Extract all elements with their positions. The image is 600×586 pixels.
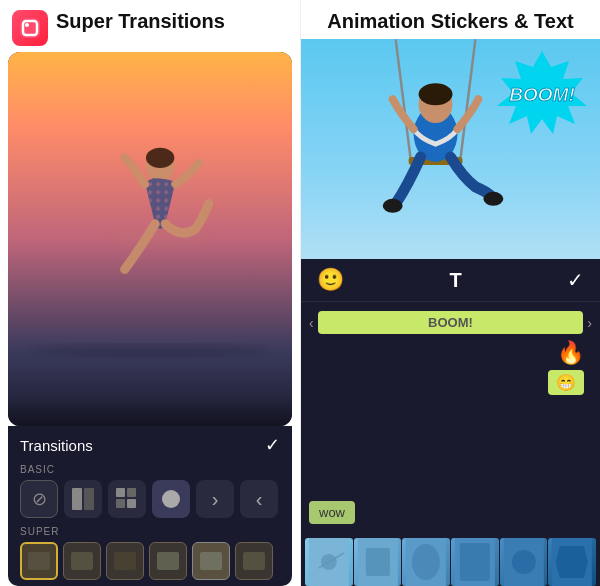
filmstrip-item-2: [354, 538, 402, 586]
transitions-label: Transitions: [20, 437, 93, 454]
filmstrip-thumb-1: [305, 538, 353, 586]
fire-sticker[interactable]: 🔥: [557, 340, 584, 366]
boom-text: BOOM!: [509, 84, 574, 105]
svg-rect-10: [116, 488, 125, 497]
left-header: Super Transitions: [0, 0, 300, 52]
emoji-icon[interactable]: 🙂: [317, 267, 344, 293]
right-header: Animation Stickers & Text: [301, 0, 600, 39]
smile-icon: 😁: [556, 374, 576, 391]
svg-point-3: [28, 344, 271, 356]
smile-chip[interactable]: 😁: [548, 370, 584, 395]
right-controls: 🙂 T ✓ ‹ BOOM! › 🔥 �: [301, 259, 600, 586]
super-btn-inner-3: [114, 552, 136, 570]
left-controls: Transitions ✓ BASIC ⊘: [8, 426, 292, 586]
video-background: [8, 52, 292, 426]
prev-icon: ‹: [256, 488, 263, 511]
split-transition-btn[interactable]: [64, 480, 102, 518]
wow-chip[interactable]: wow: [309, 501, 355, 524]
svg-point-34: [512, 550, 536, 574]
filmstrip-thumb-4: [451, 538, 499, 586]
left-panel: Super Transitions: [0, 0, 300, 586]
circle-icon: [160, 488, 182, 510]
basic-transition-row: ⊘: [20, 480, 280, 518]
next-transition-btn[interactable]: ›: [196, 480, 234, 518]
super-btn-inner-4: [157, 552, 179, 570]
app-container: Super Transitions: [0, 0, 600, 586]
svg-point-21: [419, 83, 453, 105]
super-btn-5[interactable]: [192, 542, 230, 580]
filmstrip-item-6: [548, 538, 596, 586]
boom-sticker-container: BOOM!: [495, 49, 590, 141]
svg-line-16: [396, 39, 411, 159]
super-btn-6[interactable]: [235, 542, 273, 580]
filmstrip: [301, 538, 600, 586]
right-panel: Animation Stickers & Text BOOM!: [300, 0, 600, 586]
svg-point-30: [412, 544, 440, 580]
super-btn-inner-1: [28, 552, 50, 570]
super-btn-inner-6: [243, 552, 265, 570]
filmstrip-thumb-3: [402, 538, 450, 586]
left-arrow[interactable]: ‹: [309, 315, 314, 331]
basic-label: BASIC: [20, 464, 280, 475]
filmstrip-thumb-6: [548, 538, 596, 586]
prev-transition-btn[interactable]: ‹: [240, 480, 278, 518]
super-btn-inner-5: [200, 552, 222, 570]
grid-transition-btn[interactable]: [108, 480, 146, 518]
right-title: Animation Stickers & Text: [313, 10, 588, 33]
ban-transition-btn[interactable]: ⊘: [20, 480, 58, 518]
filmstrip-item-1: [305, 538, 353, 586]
svg-rect-32: [460, 543, 490, 581]
svg-rect-11: [127, 488, 136, 497]
sky-background: BOOM!: [301, 39, 600, 259]
boom-chip-text: BOOM!: [428, 315, 473, 330]
svg-rect-12: [116, 499, 125, 508]
split-icon: [72, 488, 94, 510]
text-icon[interactable]: T: [449, 269, 461, 292]
svg-rect-8: [72, 488, 82, 510]
transitions-checkmark[interactable]: ✓: [265, 434, 280, 456]
ban-icon: ⊘: [32, 488, 47, 510]
boom-chip[interactable]: BOOM!: [318, 311, 584, 334]
svg-marker-36: [556, 546, 588, 578]
super-btn-2[interactable]: [63, 542, 101, 580]
svg-point-22: [383, 199, 403, 213]
super-btn-inner-2: [71, 552, 93, 570]
app-icon[interactable]: [12, 10, 48, 46]
fire-icon: 🔥: [557, 340, 584, 365]
svg-point-23: [483, 192, 503, 206]
super-transition-row: [20, 542, 280, 580]
right-video-area: BOOM!: [301, 39, 600, 259]
svg-rect-13: [127, 499, 136, 508]
super-label: SUPER: [20, 526, 280, 537]
svg-rect-28: [366, 548, 390, 576]
left-video-area: [8, 52, 292, 426]
right-toolbar: 🙂 T ✓: [301, 259, 600, 302]
super-btn-1[interactable]: [20, 542, 58, 580]
timeline-area: ‹ BOOM! › 🔥 😁 wow: [301, 302, 600, 534]
filmstrip-item-4: [451, 538, 499, 586]
transitions-bar: Transitions ✓: [20, 434, 280, 456]
svg-point-6: [109, 231, 210, 247]
svg-rect-9: [84, 488, 94, 510]
filmstrip-thumb-2: [354, 538, 402, 586]
svg-line-17: [460, 39, 475, 159]
svg-point-5: [146, 148, 174, 168]
grid-icon: [116, 488, 138, 510]
circle-transition-btn[interactable]: [152, 480, 190, 518]
filmstrip-item-3: [402, 538, 450, 586]
super-btn-3[interactable]: [106, 542, 144, 580]
filmstrip-thumb-5: [500, 538, 548, 586]
svg-point-26: [321, 554, 337, 570]
boom-sticker: BOOM!: [495, 49, 590, 137]
next-icon: ›: [212, 488, 219, 511]
right-checkmark[interactable]: ✓: [567, 268, 584, 292]
filmstrip-item-5: [500, 538, 548, 586]
left-title: Super Transitions: [56, 10, 225, 33]
timeline-track: ‹ BOOM! ›: [301, 308, 600, 337]
svg-point-14: [162, 490, 180, 508]
wow-label: wow: [319, 505, 345, 520]
dancer-silhouette: [8, 52, 292, 426]
super-btn-4[interactable]: [149, 542, 187, 580]
right-arrow[interactable]: ›: [587, 315, 592, 331]
svg-point-2: [25, 23, 29, 27]
